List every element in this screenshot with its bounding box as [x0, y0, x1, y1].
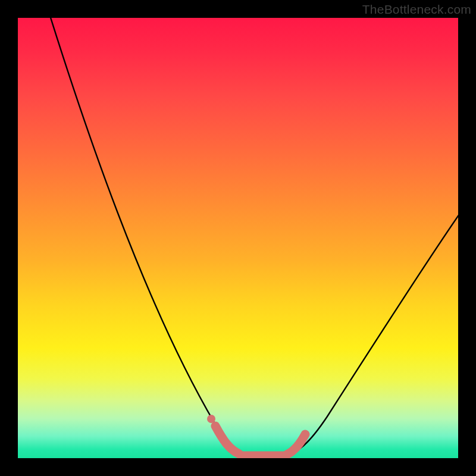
- watermark-text: TheBottleneck.com: [362, 2, 471, 17]
- plot-area: [18, 18, 458, 458]
- marker-right: [287, 434, 305, 455]
- marker-dot: [207, 415, 215, 423]
- curve-layer: [18, 18, 458, 458]
- outer-frame: TheBottleneck.com: [0, 0, 476, 476]
- marker-segment: [215, 426, 239, 454]
- v-curve-path: [49, 18, 458, 455]
